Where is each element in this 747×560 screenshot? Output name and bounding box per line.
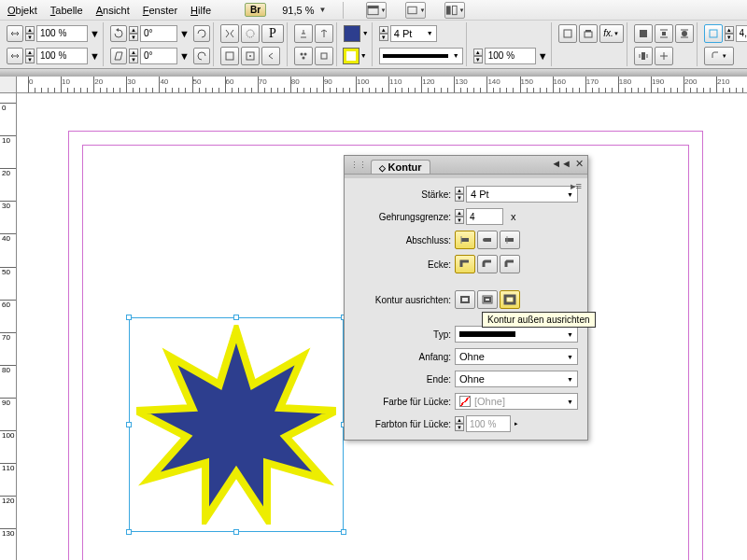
p-icon[interactable]: P [261, 24, 284, 43]
dropdown-icon[interactable]: ▼ [538, 50, 548, 62]
miter-spinner[interactable]: ▲▼ [455, 209, 464, 224]
svg-rect-14 [585, 32, 592, 37]
weight-spinner[interactable]: ▲▼ [379, 26, 388, 41]
dropdown-icon[interactable]: ▼ [360, 52, 367, 59]
wrap-icon-3[interactable] [675, 24, 694, 43]
rotate-cw-icon[interactable] [193, 25, 210, 42]
width-spinner[interactable]: ▲▼ [725, 26, 734, 41]
flip-v-icon[interactable] [241, 24, 260, 43]
select-content-icon[interactable] [241, 47, 260, 65]
link-icon-2[interactable] [7, 48, 23, 64]
cap-butt-icon[interactable] [455, 231, 475, 249]
zoom-control[interactable]: 91,5 % ▼ [279, 4, 326, 17]
stroke-swatch[interactable] [344, 49, 359, 63]
wrap-icon-4[interactable] [634, 47, 653, 65]
rotate-input[interactable] [140, 25, 177, 42]
end-dropdown[interactable]: Ohne▼ [455, 371, 578, 387]
opacity2-input[interactable] [36, 48, 88, 64]
select-container-icon[interactable] [220, 47, 239, 65]
horizontal-ruler[interactable]: 0102030405060708090100110120130140150160… [0, 77, 747, 93]
opacity2-spinner[interactable]: ▲▼ [25, 49, 35, 63]
join-miter-icon[interactable] [455, 255, 475, 273]
panel-tab[interactable]: ◇ Kontur [371, 160, 430, 174]
stroke-type-dd[interactable]: ▼ [379, 48, 463, 64]
fx-button[interactable]: fx.▼ [599, 24, 624, 43]
weight-dropdown[interactable]: 4 Pt▼ [466, 186, 578, 203]
nav-icon-2[interactable] [315, 24, 333, 43]
type-dropdown[interactable]: ▼ [455, 326, 578, 343]
cap-round-icon[interactable] [477, 231, 498, 249]
dropdown-icon[interactable]: ▼ [318, 6, 326, 14]
view-mode-button-2[interactable]: ▼ [405, 2, 426, 19]
resize-handle-bm[interactable] [233, 529, 239, 535]
resize-handle-bl[interactable] [126, 529, 132, 535]
effects-icon-1[interactable] [558, 24, 577, 43]
miter-input[interactable] [466, 208, 503, 225]
slider-icon[interactable]: ▸ [514, 420, 518, 427]
resize-handle-tl[interactable] [126, 315, 132, 320]
resize-handle-tm[interactable] [233, 315, 239, 320]
panel-close-icon[interactable]: ✕ [575, 158, 584, 170]
corner-dd[interactable]: ▼ [704, 47, 734, 65]
dropdown-icon[interactable]: ▼ [90, 50, 100, 62]
select-prev-icon[interactable] [261, 47, 280, 65]
cap-projecting-icon[interactable] [500, 231, 520, 249]
fill-swatch[interactable] [344, 25, 360, 42]
rotate-spinner[interactable]: ▲▼ [129, 26, 138, 41]
resize-handle-br[interactable] [341, 529, 346, 535]
wrap-icon-5[interactable] [655, 47, 673, 65]
wrap-icon-1[interactable] [634, 24, 653, 43]
view-mode-button-1[interactable]: ▼ [366, 2, 387, 19]
opacity3-spinner[interactable]: ▲▼ [473, 49, 483, 63]
rotate-icon[interactable] [110, 25, 127, 42]
flip-h-icon[interactable] [220, 24, 239, 43]
crop-icon[interactable] [704, 24, 723, 43]
panel-menu-icon[interactable]: ▸≡ [571, 180, 582, 192]
align-center-icon[interactable] [455, 290, 475, 309]
shear-input[interactable] [140, 48, 177, 64]
gapcolor-dropdown[interactable]: [Ohne]▼ [455, 393, 578, 410]
dropdown-icon[interactable]: ▼ [179, 28, 190, 39]
effects-icon-2[interactable] [579, 24, 598, 43]
opacity3-input[interactable] [485, 48, 536, 64]
shear-icon[interactable] [110, 48, 127, 64]
nav-icon-1[interactable] [294, 24, 313, 43]
align-inside-icon[interactable] [477, 290, 498, 309]
gaptint-input[interactable] [466, 415, 511, 432]
panel-collapse-icon[interactable]: ◄◄ [551, 158, 571, 170]
resize-handle-ml[interactable] [126, 422, 132, 427]
weight-spinner[interactable]: ▲▼ [455, 187, 464, 202]
nav-icon-3[interactable] [294, 47, 313, 65]
dropdown-icon[interactable]: ▼ [179, 50, 190, 62]
none-swatch-icon [459, 396, 471, 407]
menu-hilfe[interactable]: Hilfe [190, 5, 211, 16]
shear-spinner[interactable]: ▲▼ [129, 49, 138, 63]
opacity1-input[interactable] [36, 25, 88, 42]
opacity1-spinner[interactable]: ▲▼ [25, 26, 35, 41]
panel-grip-icon[interactable]: ⋮⋮ [350, 161, 367, 170]
ruler-origin[interactable] [0, 77, 17, 93]
width-input[interactable] [736, 25, 747, 42]
panel-titlebar[interactable]: ⋮⋮ ◇ Kontur ◄◄ ✕ [345, 156, 587, 175]
rotate-ccw-icon[interactable] [193, 48, 210, 64]
join-bevel-icon[interactable] [500, 255, 520, 273]
menu-fenster[interactable]: Fenster [143, 5, 177, 16]
zoom-value[interactable]: 91,5 % [279, 4, 317, 17]
dropdown-icon[interactable]: ▼ [90, 28, 100, 39]
menu-ansicht[interactable]: Ansicht [96, 5, 130, 16]
wrap-icon-2[interactable] [655, 24, 673, 43]
stroke-weight-dd[interactable]: 4 Pt▼ [390, 25, 437, 42]
dropdown-icon[interactable]: ▼ [362, 30, 369, 36]
arrange-button[interactable]: ▼ [444, 2, 465, 19]
bridge-button[interactable]: Br [245, 3, 266, 17]
menu-tabelle[interactable]: Tabelle [50, 5, 83, 16]
menu-objekt[interactable]: Objekt [7, 5, 37, 16]
join-round-icon[interactable] [477, 255, 498, 273]
link-icon[interactable] [7, 25, 23, 42]
vertical-ruler[interactable]: 0102030405060708090100110120130140150160 [0, 93, 17, 560]
gaptint-spinner[interactable]: ▲▼ [455, 416, 464, 431]
align-outside-icon[interactable] [500, 290, 520, 309]
start-dropdown[interactable]: Ohne▼ [455, 348, 578, 365]
svg-rect-25 [461, 238, 469, 242]
nav-icon-4[interactable] [315, 47, 333, 65]
